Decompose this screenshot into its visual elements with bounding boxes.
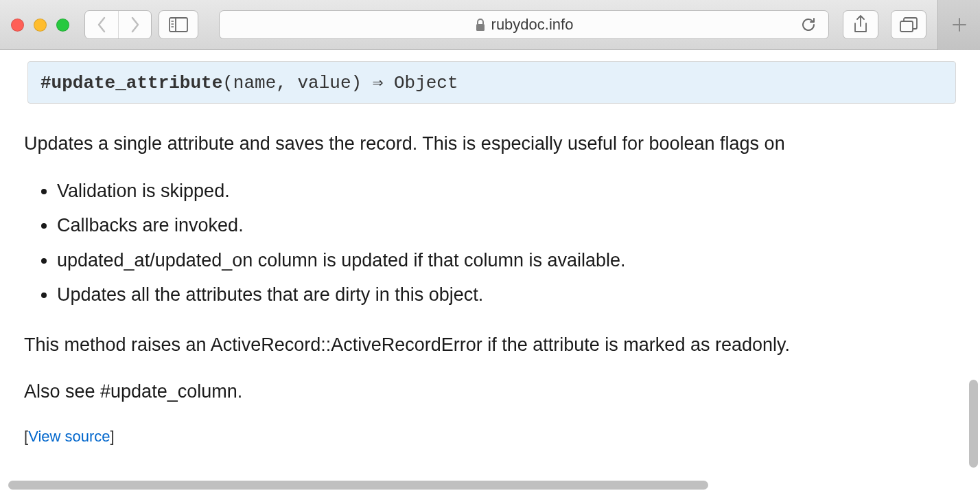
navigation-buttons: [84, 10, 152, 39]
address-content: rubydoc.info: [475, 16, 574, 34]
new-tab-button[interactable]: [937, 0, 980, 50]
method-params: (name, value): [222, 73, 362, 93]
list-item: Updates all the attributes that are dirt…: [57, 281, 956, 309]
vertical-scroll-thumb[interactable]: [969, 380, 978, 468]
doc-notes-list: Validation is skipped. Callbacks are inv…: [24, 177, 956, 309]
list-item: Callbacks are invoked.: [57, 211, 956, 240]
svg-rect-5: [476, 24, 485, 31]
browser-toolbar: rubydoc.info: [0, 0, 980, 50]
forward-button[interactable]: [118, 11, 151, 38]
svg-rect-6: [900, 21, 913, 32]
plus-icon: [952, 17, 967, 32]
doc-intro: Updates a single attribute and saves the…: [24, 130, 956, 158]
url-text: rubydoc.info: [491, 16, 574, 34]
method-arrow: ⇒: [362, 73, 394, 93]
doc-see-also: Also see #update_column.: [24, 378, 956, 406]
method-prefix: #: [40, 73, 51, 93]
method-signature-header: #update_attribute(name, value) ⇒ Object: [27, 61, 956, 104]
chevron-right-icon: [130, 16, 140, 33]
horizontal-scroll-thumb[interactable]: [8, 481, 708, 490]
sidebar-icon: [169, 17, 188, 32]
maximize-window-button[interactable]: [56, 19, 69, 32]
view-source-container: [View source]: [24, 425, 956, 448]
method-name: update_attribute: [51, 73, 223, 93]
view-source-link[interactable]: View source: [28, 428, 110, 445]
show-sidebar-button[interactable]: [159, 10, 198, 39]
vertical-scrollbar[interactable]: [968, 50, 978, 479]
chevron-left-icon: [97, 16, 107, 33]
back-button[interactable]: [85, 11, 118, 38]
horizontal-scrollbar[interactable]: [8, 481, 966, 491]
list-item: updated_at/updated_on column is updated …: [57, 246, 956, 275]
share-icon: [853, 15, 868, 34]
method-return-type: Object: [394, 73, 458, 93]
address-bar[interactable]: rubydoc.info: [219, 10, 829, 39]
list-item: Validation is skipped.: [57, 177, 956, 205]
window-controls: [11, 19, 69, 32]
svg-rect-0: [170, 18, 187, 32]
minimize-window-button[interactable]: [34, 19, 47, 32]
tabs-button[interactable]: [891, 10, 926, 39]
toolbar-right-buttons: [843, 10, 926, 39]
reload-icon[interactable]: [801, 16, 816, 33]
page-content: #update_attribute(name, value) ⇒ Object …: [0, 50, 980, 478]
close-window-button[interactable]: [11, 19, 24, 32]
tabs-icon: [900, 17, 918, 32]
bracket-close: ]: [110, 428, 115, 445]
doc-error-note: This method raises an ActiveRecord::Acti…: [24, 331, 956, 359]
lock-icon: [475, 18, 486, 32]
share-button[interactable]: [843, 10, 878, 39]
